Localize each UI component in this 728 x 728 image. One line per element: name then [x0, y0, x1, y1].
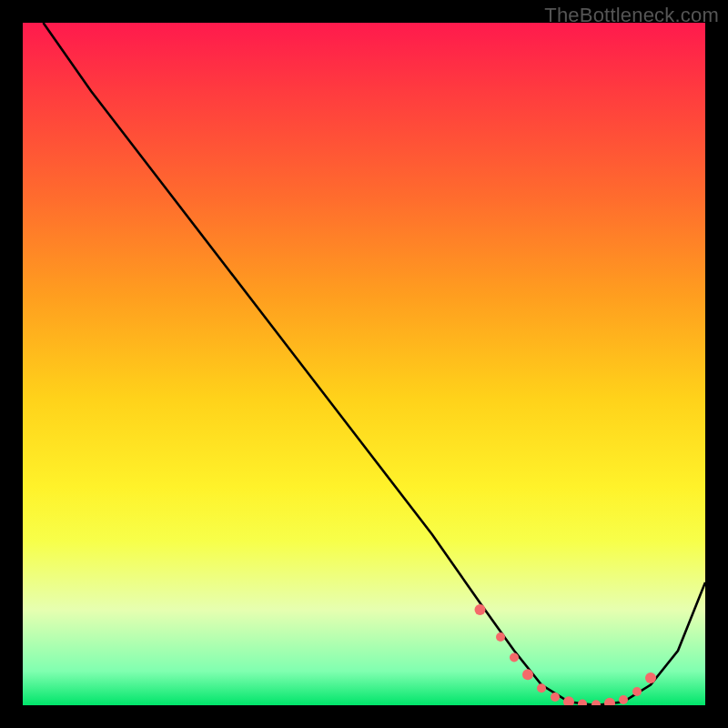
- highlight-dot: [632, 687, 642, 696]
- watermark-text: TheBottleneck.com: [544, 4, 719, 27]
- highlight-dot: [551, 693, 560, 702]
- highlight-dot: [578, 700, 587, 706]
- highlight-dot: [563, 696, 574, 705]
- highlight-dot: [475, 604, 486, 615]
- highlight-dot: [537, 683, 546, 693]
- highlight-dot: [645, 672, 656, 683]
- highlight-dot: [496, 632, 505, 642]
- highlight-dot: [522, 669, 533, 680]
- chart-plot-area: [23, 23, 705, 705]
- chart-svg: [23, 23, 705, 705]
- highlight-dots-group: [475, 604, 657, 705]
- bottleneck-curve: [44, 23, 706, 705]
- highlight-dot: [619, 695, 628, 704]
- highlight-dot: [604, 698, 615, 705]
- highlight-dot: [592, 700, 601, 705]
- highlight-dot: [510, 653, 519, 662]
